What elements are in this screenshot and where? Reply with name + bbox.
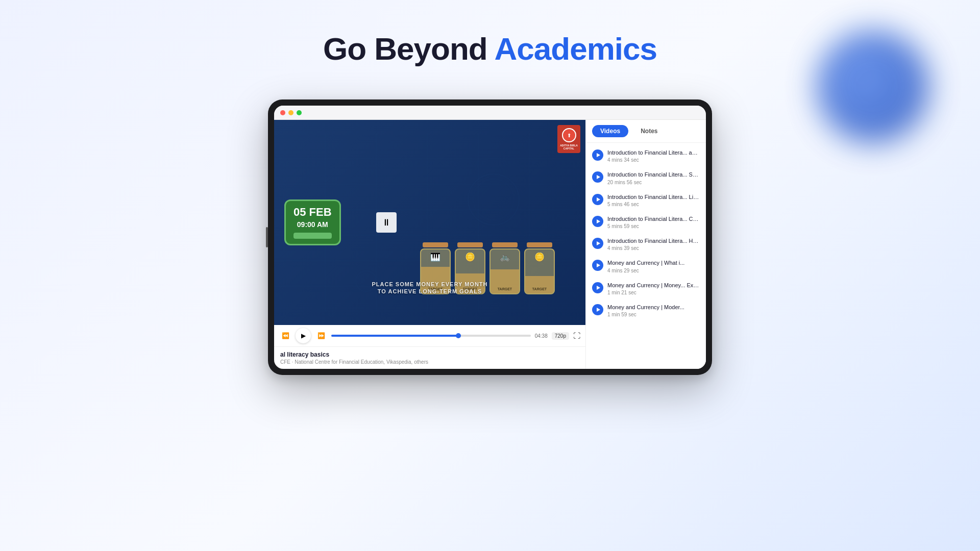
video-info: al literacy basics CFE · National Centre… [274,346,585,369]
video-panel: 05 FEB 09:00 AM ⬆ ADITYA BIRLA CAPITAL ⏸ [274,120,585,369]
tablet-frame: 05 FEB 09:00 AM ⬆ ADITYA BIRLA CAPITAL ⏸ [268,99,712,375]
tablet-side-button [266,227,268,247]
playlist-item[interactable]: Introduction to Financial Litera... Lite… [586,189,706,211]
playlist-item-title: Introduction to Financial Litera... Comp… [607,215,700,222]
playlist-play-icon [592,282,603,293]
jar-lid-3 [492,242,518,247]
jar-icon-3: 🚲 [500,252,510,262]
playlist-item-info: Introduction to Financial Litera... and … [607,149,700,163]
tab-notes[interactable]: Notes [632,125,666,137]
jar-icon-4: 🪙 [534,252,545,262]
brand-logo-circle: ⬆ [562,128,576,142]
playlist-item-duration: 4 mins 34 sec [607,157,700,163]
play-triangle-icon [597,219,600,223]
play-triangle-icon [597,241,600,245]
playlist-item[interactable]: Introduction to Financial Litera... Habi… [586,233,706,255]
minimize-dot [288,110,293,115]
playlist-play-icon [592,304,603,315]
playlist-item-info: Money and Currency | Moder... 1 min 59 s… [607,304,700,317]
playlist-items: Introduction to Financial Litera... and … [586,143,706,369]
playlist-item[interactable]: Introduction to Financial Litera... Comp… [586,211,706,233]
playlist-item-duration: 1 min 59 sec [607,312,700,317]
playlist-item-info: Introduction to Financial Litera... Lite… [607,193,700,207]
playlist-item-title: Money and Currency | Moder... [607,304,700,311]
playlist-play-icon [592,149,603,161]
video-canvas: 05 FEB 09:00 AM ⬆ ADITYA BIRLA CAPITAL ⏸ [274,120,585,325]
play-triangle-icon [597,286,600,290]
playlist-item-duration: 1 min 21 sec [607,290,700,295]
brand-logo: ⬆ ADITYA BIRLA CAPITAL [557,125,580,153]
tab-videos[interactable]: Videos [592,125,628,137]
heading-accent: Academics [495,31,657,66]
tablet-topbar [274,106,706,120]
playlist-item-info: Introduction to Financial Litera... Syst… [607,171,700,185]
play-triangle-icon [597,153,600,157]
maximize-dot [297,110,302,115]
playlist-item-duration: 5 mins 46 sec [607,202,700,207]
playlist-play-icon [592,194,603,205]
tablet-screen: 05 FEB 09:00 AM ⬆ ADITYA BIRLA CAPITAL ⏸ [274,106,706,369]
jar-icon-1: 🎹 [430,252,440,262]
panel-tabs: Videos Notes [586,120,706,143]
playlist-item-title: Introduction to Financial Litera... Syst… [607,171,700,178]
video-controls-bar: ⏪ ▶ ⏩ 04:38 720p ⛶ [274,325,585,346]
play-pause-button[interactable]: ▶ [296,328,311,343]
playlist-item-title: Introduction to Financial Litera... Habi… [607,237,700,244]
playlist-item-info: Introduction to Financial Litera... Habi… [607,237,700,251]
playlist-item-title: Introduction to Financial Litera... Lite… [607,193,700,201]
playlist-play-icon [592,216,603,227]
video-background: 05 FEB 09:00 AM ⬆ ADITYA BIRLA CAPITAL ⏸ [274,120,585,325]
jar-icon-2: 🪙 [465,252,475,262]
playlist-item-duration: 4 mins 39 sec [607,245,700,251]
jar-lid-4 [527,242,552,247]
date-box: 05 FEB 09:00 AM [284,199,341,245]
fullscreen-button[interactable]: ⛶ [573,332,580,340]
brand-name: ADITYA BIRLA CAPITAL [559,144,579,150]
playlist-item-duration: 5 mins 59 sec [607,223,700,229]
playlist-item[interactable]: Introduction to Financial Litera... Syst… [586,167,706,189]
playlist-item[interactable]: Money and Currency | Moder... 1 min 59 s… [586,299,706,321]
playlist-item[interactable]: Money and Currency | What i... 4 mins 29… [586,255,706,277]
jar-lid-1 [423,242,448,247]
jar-lid-2 [457,242,483,247]
quality-badge[interactable]: 720p [552,332,569,340]
playlist-item-info: Introduction to Financial Litera... Comp… [607,215,700,229]
video-text-line2: TO ACHIEVE LONG-TERM GOALS [274,288,585,294]
close-dot [280,110,285,115]
play-triangle-icon [597,197,600,202]
rewind-button[interactable]: ⏪ [279,330,291,342]
playlist-play-icon [592,238,603,249]
tablet-wrapper: 05 FEB 09:00 AM ⬆ ADITYA BIRLA CAPITAL ⏸ [268,99,712,375]
svg-point-11 [468,174,519,225]
time-text: 09:00 AM [293,220,332,229]
playlist-item-duration: 20 mins 56 sec [607,180,700,185]
heading-container: Go Beyond Academics [0,31,980,67]
date-text: 05 FEB [293,206,332,218]
playlist-item-info: Money and Currency | What i... 4 mins 29… [607,259,700,273]
date-bar [293,233,332,239]
playlist-item-title: Introduction to Financial Litera... and … [607,149,700,156]
svg-point-12 [473,179,514,220]
heading-prefix: Go Beyond [323,31,495,66]
playlist-item[interactable]: Money and Currency | Money... Exchange 1… [586,278,706,299]
playlist-play-icon [592,260,603,271]
playlist-panel: Videos Notes Introduction to Financial L… [585,120,706,369]
page-heading: Go Beyond Academics [0,31,980,67]
play-triangle-icon [597,308,600,312]
playlist-item[interactable]: Introduction to Financial Litera... and … [586,145,706,167]
progress-dot [456,333,461,338]
playlist-item-duration: 4 mins 29 sec [607,268,700,273]
progress-fill [331,335,461,337]
fast-forward-button[interactable]: ⏩ [315,330,327,342]
playlist-item-title: Money and Currency | What i... [607,259,700,266]
playlist-item-info: Money and Currency | Money... Exchange 1… [607,282,700,295]
tablet-content: 05 FEB 09:00 AM ⬆ ADITYA BIRLA CAPITAL ⏸ [274,120,706,369]
video-overlay-text: PLACE SOME MONEY EVERY MONTH TO ACHIEVE … [274,281,585,294]
play-triangle-icon [597,175,600,179]
playlist-item-title: Money and Currency | Money... Exchange [607,282,700,289]
progress-bar[interactable] [331,335,531,337]
video-title: al literacy basics [280,351,579,358]
video-text-line1: PLACE SOME MONEY EVERY MONTH [274,281,585,287]
play-triangle-icon [597,263,600,267]
pause-overlay: ⏸ [376,212,397,233]
